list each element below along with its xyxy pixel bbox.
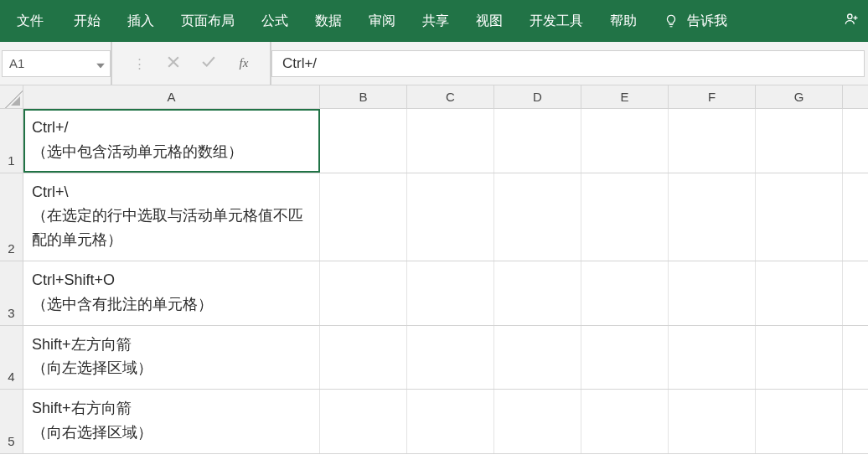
cell-F3[interactable] — [669, 261, 756, 325]
row-header-1[interactable]: 1 — [0, 109, 23, 173]
cell-F1[interactable] — [669, 109, 756, 173]
column-headers: A B C D E F G — [0, 85, 868, 109]
cell-D1[interactable] — [494, 109, 581, 173]
cell-F5[interactable] — [669, 390, 756, 453]
cell-A4[interactable]: Shift+左方向箭 （向左选择区域） — [23, 326, 320, 390]
cell-C1[interactable] — [407, 109, 494, 173]
cancel-icon[interactable] — [164, 56, 183, 70]
cell-D3[interactable] — [494, 261, 581, 325]
ribbon-menubar: 文件 开始 插入 页面布局 公式 数据 审阅 共享 视图 开发工具 帮助 告诉我 — [0, 0, 868, 42]
cell-E4[interactable] — [581, 326, 669, 390]
col-header-G[interactable]: G — [756, 85, 843, 108]
col-header-B[interactable]: B — [320, 85, 407, 108]
tab-developer[interactable]: 开发工具 — [516, 0, 597, 42]
formula-bar-buttons: ⋮ fx — [112, 56, 270, 71]
table-row: 3 Ctrl+Shift+O （选中含有批注的单元格） — [0, 261, 868, 326]
cell-D4[interactable] — [494, 326, 581, 390]
cell-G2[interactable] — [756, 173, 843, 261]
cell-A3[interactable]: Ctrl+Shift+O （选中含有批注的单元格） — [23, 261, 320, 325]
col-header-F[interactable]: F — [669, 85, 756, 108]
col-header-D[interactable]: D — [494, 85, 581, 108]
cell-C4[interactable] — [407, 326, 494, 390]
cell-D2[interactable] — [494, 173, 581, 261]
cell-G4[interactable] — [756, 326, 843, 390]
tab-file[interactable]: 文件 — [3, 0, 60, 42]
cell-G3[interactable] — [756, 261, 843, 325]
fx-icon[interactable]: fx — [235, 56, 253, 70]
col-header-C[interactable]: C — [407, 85, 494, 108]
cell-C3[interactable] — [407, 261, 494, 325]
table-row: 2 Ctrl+\ （在选定的行中选取与活动单元格值不匹配的单元格） — [0, 173, 868, 261]
table-row: 4 Shift+左方向箭 （向左选择区域） — [0, 326, 868, 390]
formula-value: Ctrl+/ — [282, 55, 317, 72]
cell-A2[interactable]: Ctrl+\ （在选定的行中选取与活动单元格值不匹配的单元格） — [23, 173, 320, 261]
cell-C2[interactable] — [407, 173, 494, 261]
cell-D5[interactable] — [494, 390, 581, 453]
row-header-5[interactable]: 5 — [0, 390, 23, 453]
col-header-E[interactable]: E — [581, 85, 669, 108]
cell-B1[interactable] — [320, 109, 407, 173]
cell-G1[interactable] — [756, 109, 843, 173]
tab-help[interactable]: 帮助 — [597, 0, 650, 42]
svg-point-0 — [848, 14, 852, 18]
select-all-corner[interactable] — [0, 85, 23, 108]
name-box[interactable]: A1 — [2, 50, 111, 77]
cell-B4[interactable] — [320, 326, 407, 390]
share-person-icon[interactable] — [843, 11, 860, 31]
spreadsheet-grid: A B C D E F G 1 Ctrl+/ （选中包含活动单元格的数组） 2 … — [0, 85, 868, 454]
confirm-icon[interactable] — [199, 56, 218, 70]
tab-insert[interactable]: 插入 — [114, 0, 168, 42]
cell-B2[interactable] — [320, 173, 407, 261]
formula-input[interactable]: Ctrl+/ — [271, 50, 865, 77]
cell-E5[interactable] — [581, 390, 669, 453]
row-header-4[interactable]: 4 — [0, 326, 23, 390]
handle-icon[interactable]: ⋮ — [129, 56, 147, 71]
row-header-2[interactable]: 2 — [0, 173, 23, 261]
ribbon-right-controls — [834, 11, 868, 31]
name-box-value: A1 — [9, 56, 24, 70]
cell-B5[interactable] — [320, 390, 407, 453]
col-header-A[interactable]: A — [23, 85, 320, 108]
tab-page-layout[interactable]: 页面布局 — [168, 0, 248, 42]
lightbulb-icon — [664, 13, 679, 28]
tab-view[interactable]: 视图 — [462, 0, 516, 42]
tell-me-label: 告诉我 — [687, 13, 727, 30]
tab-home[interactable]: 开始 — [60, 0, 114, 42]
cell-F2[interactable] — [669, 173, 756, 261]
table-row: 1 Ctrl+/ （选中包含活动单元格的数组） — [0, 109, 868, 173]
caret-down-icon[interactable] — [96, 56, 105, 70]
cell-F4[interactable] — [669, 326, 756, 390]
tell-me-search[interactable]: 告诉我 — [650, 0, 741, 42]
tab-review[interactable]: 审阅 — [355, 0, 409, 42]
cell-C5[interactable] — [407, 390, 494, 453]
row-header-3[interactable]: 3 — [0, 261, 23, 325]
cell-B3[interactable] — [320, 261, 407, 325]
tab-formulas[interactable]: 公式 — [248, 0, 302, 42]
tab-data[interactable]: 数据 — [302, 0, 355, 42]
cell-E2[interactable] — [581, 173, 669, 261]
cell-E3[interactable] — [581, 261, 669, 325]
grid-rows: 1 Ctrl+/ （选中包含活动单元格的数组） 2 Ctrl+\ （在选定的行中… — [0, 109, 868, 454]
cell-G5[interactable] — [756, 390, 843, 453]
cell-E1[interactable] — [581, 109, 669, 173]
cell-A5[interactable]: Shift+右方向箭 （向右选择区域） — [23, 390, 320, 453]
formula-bar: A1 ⋮ fx Ctrl+/ — [0, 42, 868, 85]
table-row: 5 Shift+右方向箭 （向右选择区域） — [0, 390, 868, 454]
cell-A1[interactable]: Ctrl+/ （选中包含活动单元格的数组） — [23, 109, 320, 173]
tab-share[interactable]: 共享 — [409, 0, 462, 42]
